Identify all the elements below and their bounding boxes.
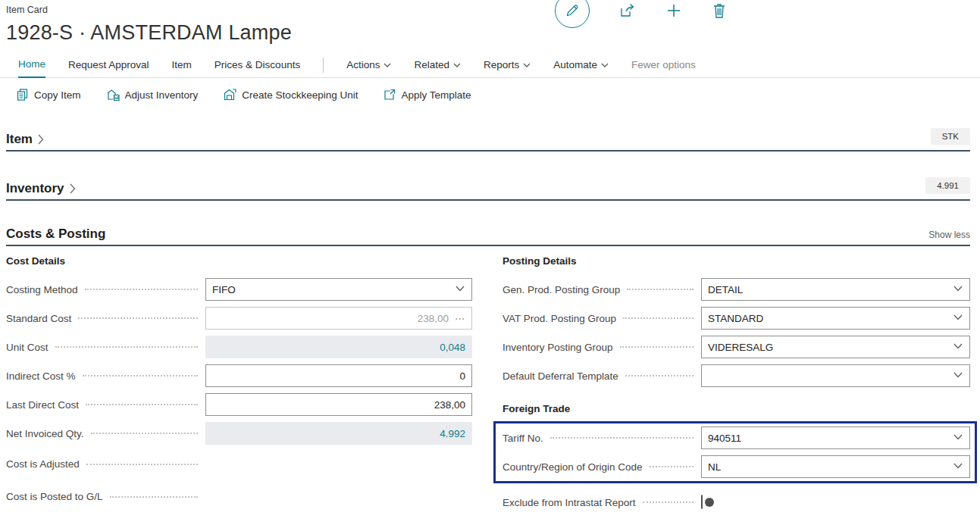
item-type-badge[interactable]: STK bbox=[931, 128, 970, 145]
section-inventory: Inventory 4.991 bbox=[0, 177, 980, 201]
inventory-posting-group-combobox[interactable]: VIDERESALG bbox=[701, 336, 970, 358]
chevron-down-icon bbox=[384, 63, 391, 67]
tab-automate[interactable]: Automate bbox=[553, 52, 609, 78]
item-card-page: Item Card 1928-S · AMSTERDAM Lampe Home … bbox=[0, 0, 980, 525]
page-header: Item Card 1928-S · AMSTERDAM Lampe bbox=[0, 0, 980, 45]
chevron-down-icon[interactable] bbox=[953, 343, 963, 349]
field-gen-prod-posting-group: Gen. Prod. Posting Group DETAIL bbox=[503, 275, 970, 304]
chevron-down-icon bbox=[601, 63, 609, 67]
last-direct-cost-input[interactable]: 238,00 bbox=[205, 393, 472, 416]
costing-method-combobox[interactable]: FIFO bbox=[205, 278, 472, 301]
header-actions bbox=[555, 0, 727, 28]
field-country-region-origin: Country/Region of Origin Code NL bbox=[503, 452, 970, 481]
section-divider bbox=[6, 199, 970, 201]
field-cost-posted-to-gl: Cost is Posted to G/L bbox=[6, 480, 472, 513]
menu-divider bbox=[323, 58, 324, 73]
chevron-down-icon[interactable] bbox=[953, 372, 963, 378]
chevron-down-icon[interactable] bbox=[953, 314, 963, 320]
share-icon[interactable] bbox=[619, 2, 636, 19]
section-inventory-header[interactable]: Inventory bbox=[6, 181, 76, 196]
standard-cost-field: 238,00 ⋯ bbox=[205, 307, 472, 330]
chevron-down-icon[interactable] bbox=[953, 463, 963, 469]
section-costs-posting: Costs & Posting Show less bbox=[0, 227, 980, 246]
field-unit-cost: Unit Cost 0,048 bbox=[6, 333, 472, 361]
tab-reports[interactable]: Reports bbox=[484, 52, 531, 78]
edit-pencil-icon[interactable] bbox=[555, 0, 590, 28]
field-exclude-intrastat: Exclude from Intrastat Report bbox=[503, 488, 970, 517]
posting-details-group: Posting Details Gen. Prod. Posting Group… bbox=[503, 255, 970, 517]
show-less-link[interactable]: Show less bbox=[928, 230, 970, 240]
field-inventory-posting-group: Inventory Posting Group VIDERESALG bbox=[503, 333, 970, 361]
app-title: Item Card bbox=[6, 5, 974, 15]
field-cost-is-adjusted: Cost is Adjusted bbox=[6, 448, 472, 480]
copy-icon bbox=[17, 89, 29, 101]
country-region-origin-combobox[interactable]: NL bbox=[701, 455, 970, 478]
vat-prod-posting-group-combobox[interactable]: STANDARD bbox=[701, 307, 970, 330]
unit-cost-value-link[interactable]: 0,048 bbox=[212, 342, 465, 353]
create-stockkeeping-unit-button[interactable]: Create Stockkeeping Unit bbox=[224, 89, 358, 101]
adjust-inventory-icon bbox=[107, 89, 120, 101]
field-tariff-no: Tariff No. 940511 bbox=[503, 423, 970, 452]
chevron-down-icon bbox=[453, 63, 461, 67]
cost-details-group: Cost Details Costing Method FIFO Standar… bbox=[6, 255, 472, 517]
section-item-header[interactable]: Item bbox=[6, 132, 44, 147]
chevron-right-icon bbox=[69, 183, 76, 194]
net-invoiced-qty-field: 4.992 bbox=[205, 422, 472, 445]
chevron-down-icon[interactable] bbox=[456, 286, 465, 292]
section-costs-posting-header[interactable]: Costs & Posting bbox=[6, 227, 105, 242]
delete-trash-icon[interactable] bbox=[712, 2, 727, 19]
stockkeeping-unit-icon bbox=[224, 89, 236, 101]
chevron-down-icon[interactable] bbox=[953, 434, 963, 440]
default-deferral-template-combobox[interactable] bbox=[701, 364, 970, 387]
tab-request-approval[interactable]: Request Approval bbox=[68, 52, 149, 78]
section-divider bbox=[6, 150, 970, 152]
assist-edit-button[interactable]: ⋯ bbox=[455, 313, 465, 324]
chevron-right-icon bbox=[37, 134, 44, 145]
tab-item[interactable]: Item bbox=[172, 52, 192, 78]
gen-prod-posting-group-combobox[interactable]: DETAIL bbox=[701, 278, 970, 301]
indirect-cost-input[interactable]: 0 bbox=[205, 364, 472, 387]
tab-home[interactable]: Home bbox=[18, 52, 45, 78]
field-costing-method: Costing Method FIFO bbox=[6, 275, 472, 304]
fewer-options-button[interactable]: Fewer options bbox=[631, 52, 696, 78]
action-ribbon: Copy Item Adjust Inventory Create Stockk… bbox=[0, 78, 980, 111]
group-heading-cost-details: Cost Details bbox=[6, 255, 472, 275]
apply-template-button[interactable]: Apply Template bbox=[384, 89, 471, 101]
field-indirect-cost-pct: Indirect Cost % 0 bbox=[6, 361, 472, 390]
group-heading-foreign-trade: Foreign Trade bbox=[503, 398, 970, 419]
tab-actions[interactable]: Actions bbox=[346, 52, 391, 78]
copy-item-button[interactable]: Copy Item bbox=[17, 89, 81, 101]
inventory-qty-badge[interactable]: 4.991 bbox=[925, 177, 970, 194]
adjust-inventory-button[interactable]: Adjust Inventory bbox=[107, 89, 199, 101]
command-menu: Home Request Approval Item Prices & Disc… bbox=[0, 52, 980, 78]
field-default-deferral-template: Default Deferral Template bbox=[503, 361, 970, 390]
tab-prices-discounts[interactable]: Prices & Discounts bbox=[214, 52, 300, 78]
tariff-no-combobox[interactable]: 940511 bbox=[701, 427, 970, 449]
tab-related[interactable]: Related bbox=[414, 52, 461, 78]
field-standard-cost: Standard Cost 238,00 ⋯ bbox=[6, 304, 472, 333]
field-vat-prod-posting-group: VAT Prod. Posting Group STANDARD bbox=[503, 304, 970, 333]
field-net-invoiced-qty: Net Invoiced Qty. 4.992 bbox=[6, 419, 472, 448]
field-last-direct-cost: Last Direct Cost 238,00 bbox=[6, 390, 472, 419]
apply-template-icon bbox=[384, 89, 396, 101]
net-invoiced-qty-value-link[interactable]: 4.992 bbox=[212, 428, 465, 439]
section-item: Item STK bbox=[0, 128, 980, 152]
foreign-trade-highlight-box: Tariff No. 940511 Country/Region of Orig… bbox=[493, 421, 977, 483]
chevron-down-icon bbox=[523, 63, 531, 67]
chevron-down-icon[interactable] bbox=[953, 286, 963, 292]
unit-cost-field: 0,048 bbox=[205, 336, 472, 358]
costs-posting-body: Cost Details Costing Method FIFO Standar… bbox=[0, 246, 980, 517]
page-title: 1928-S · AMSTERDAM Lampe bbox=[6, 21, 974, 45]
group-heading-posting-details: Posting Details bbox=[503, 255, 970, 275]
exclude-intrastat-toggle[interactable] bbox=[701, 495, 703, 509]
add-new-icon[interactable] bbox=[665, 2, 682, 19]
